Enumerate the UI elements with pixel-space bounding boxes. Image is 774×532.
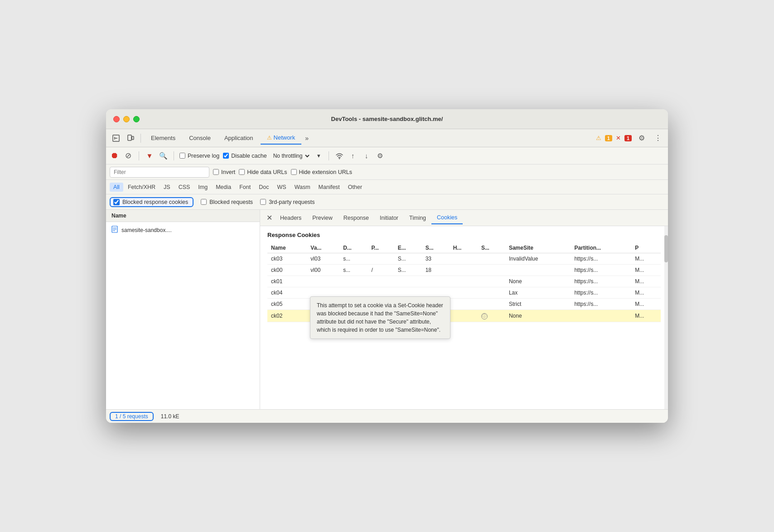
cell-name: ck02 bbox=[267, 310, 307, 322]
cell-samesite: None bbox=[505, 276, 571, 287]
response-tab[interactable]: Response bbox=[338, 212, 374, 224]
toolbar-right: ⚠ 1 ✕ 1 ⚙ ⋮ bbox=[596, 132, 664, 145]
preserve-log-checkbox[interactable]: Preserve log bbox=[179, 153, 219, 159]
tab-bar: Elements Console Application ⚠ Network » bbox=[145, 131, 594, 145]
console-tab[interactable]: Console bbox=[183, 132, 217, 144]
cell-priority: M... bbox=[631, 310, 661, 322]
cell-name: ck04 bbox=[267, 287, 307, 299]
cell-size: 33 bbox=[422, 253, 450, 265]
cell-value bbox=[307, 276, 339, 287]
wasm-btn[interactable]: Wasm bbox=[291, 183, 314, 192]
scrollbar-thumb[interactable] bbox=[664, 235, 668, 262]
cell-partition: https://s... bbox=[571, 265, 631, 276]
info-icon: ⓘ bbox=[481, 313, 488, 319]
network-warn-icon: ⚠ bbox=[267, 135, 272, 141]
network-toolbar: ⏺ ⊘ ▼ 🔍 Preserve log Disable cache No th… bbox=[106, 147, 668, 164]
manifest-btn[interactable]: Manifest bbox=[315, 183, 343, 192]
cell-httponly bbox=[450, 287, 478, 299]
device-tool[interactable] bbox=[124, 132, 137, 145]
third-party-checkbox[interactable]: 3rd-party requests bbox=[260, 199, 314, 205]
cell-priority: M... bbox=[631, 299, 661, 310]
filter-input[interactable] bbox=[110, 167, 209, 178]
status-bar: 1 / 5 requests 11.0 kE bbox=[106, 409, 668, 423]
err-icon: ✕ bbox=[616, 135, 621, 141]
headers-tab[interactable]: Headers bbox=[275, 212, 307, 224]
more-menu-icon[interactable]: ⋮ bbox=[652, 132, 664, 145]
cell-size bbox=[422, 276, 450, 287]
fetch-xhr-btn[interactable]: Fetch/XHR bbox=[124, 183, 159, 192]
network-settings-icon[interactable]: ⚙ bbox=[375, 151, 385, 161]
record-button[interactable]: ⏺ bbox=[110, 151, 120, 161]
network-tab[interactable]: ⚠ Network bbox=[261, 131, 302, 145]
section-title: Response Cookies bbox=[267, 232, 661, 238]
initiator-tab[interactable]: Initiator bbox=[374, 212, 404, 224]
upload-icon[interactable]: ↑ bbox=[348, 151, 358, 161]
font-btn[interactable]: Font bbox=[236, 183, 254, 192]
other-btn[interactable]: Other bbox=[344, 183, 366, 192]
panel-tabs: ✕ Headers Preview Response Initiator Tim… bbox=[260, 210, 668, 226]
requests-count: 1 / 5 requests bbox=[110, 412, 154, 421]
col-size: S... bbox=[422, 243, 450, 253]
minimize-button[interactable] bbox=[123, 116, 130, 122]
cell-path bbox=[368, 276, 394, 287]
left-panel: Name samesite-sandbox.... bbox=[106, 210, 260, 409]
elements-tab[interactable]: Elements bbox=[145, 132, 182, 144]
filter-icon[interactable]: ▼ bbox=[145, 151, 155, 161]
cell-name: ck00 bbox=[267, 265, 307, 276]
titlebar: DevTools - samesite-sandbox.glitch.me/ bbox=[106, 109, 668, 129]
wifi-icon[interactable] bbox=[334, 151, 344, 161]
media-btn[interactable]: Media bbox=[212, 183, 235, 192]
cell-httponly bbox=[450, 310, 478, 322]
close-button[interactable] bbox=[113, 116, 120, 122]
request-item[interactable]: samesite-sandbox.... bbox=[106, 222, 260, 238]
cookies-tab[interactable]: Cookies bbox=[431, 212, 463, 224]
hide-data-urls-checkbox[interactable]: Hide data URLs bbox=[239, 169, 287, 175]
cell-domain: s... bbox=[339, 265, 368, 276]
blocked-bar: Blocked response cookies Blocked request… bbox=[106, 194, 668, 210]
size-indicator: 11.0 kE bbox=[161, 413, 179, 420]
cell-expires bbox=[394, 276, 422, 287]
preview-tab[interactable]: Preview bbox=[307, 212, 338, 224]
timing-tab[interactable]: Timing bbox=[404, 212, 431, 224]
cell-httponly bbox=[450, 253, 478, 265]
download-icon[interactable]: ↓ bbox=[362, 151, 372, 161]
doc-btn[interactable]: Doc bbox=[255, 183, 272, 192]
more-tabs-button[interactable]: » bbox=[302, 133, 311, 144]
request-name: samesite-sandbox.... bbox=[121, 227, 172, 233]
cookie-tooltip: This attempt to set a cookie via a Set-C… bbox=[310, 296, 450, 339]
table-row[interactable]: ck03 vl03 s... S... 33 InvalidValue http… bbox=[267, 253, 661, 265]
application-tab[interactable]: Application bbox=[218, 132, 260, 144]
ws-btn[interactable]: WS bbox=[273, 183, 290, 192]
clear-button[interactable]: ⊘ bbox=[123, 151, 133, 161]
css-btn[interactable]: CSS bbox=[175, 183, 194, 192]
all-btn[interactable]: All bbox=[110, 183, 123, 192]
cell-priority: M... bbox=[631, 265, 661, 276]
blocked-cookies-checkbox[interactable]: Blocked response cookies bbox=[110, 197, 194, 207]
settings-icon[interactable]: ⚙ bbox=[635, 132, 648, 145]
cursor-tool[interactable] bbox=[110, 132, 122, 145]
cell-httponly bbox=[450, 299, 478, 310]
cookies-content: Response Cookies Name Va... D... P... E.… bbox=[260, 226, 668, 409]
cell-value: vl00 bbox=[307, 265, 339, 276]
maximize-button[interactable] bbox=[133, 116, 140, 122]
cell-secure bbox=[478, 287, 505, 299]
cell-name: ck05 bbox=[267, 299, 307, 310]
hide-extension-urls-checkbox[interactable]: Hide extension URLs bbox=[291, 169, 352, 175]
main-content: Name samesite-sandbox.... ✕ H bbox=[106, 210, 668, 409]
invert-checkbox[interactable]: Invert bbox=[213, 169, 235, 175]
cell-path bbox=[368, 253, 394, 265]
throttle-arrow[interactable]: ▾ bbox=[314, 151, 323, 160]
throttle-select[interactable]: No throttling Slow 3G Fast 3G bbox=[271, 151, 311, 160]
search-icon[interactable]: 🔍 bbox=[158, 151, 168, 161]
js-btn[interactable]: JS bbox=[160, 183, 174, 192]
table-row[interactable]: ck01 None https://s... M... bbox=[267, 276, 661, 287]
table-row[interactable]: ck00 vl00 s... / S... 18 https://s... M.… bbox=[267, 265, 661, 276]
blocked-requests-checkbox[interactable]: Blocked requests bbox=[201, 199, 253, 205]
col-path: P... bbox=[368, 243, 394, 253]
close-panel-button[interactable]: ✕ bbox=[264, 213, 275, 223]
disable-cache-checkbox[interactable]: Disable cache bbox=[223, 153, 267, 159]
svg-rect-1 bbox=[128, 135, 131, 140]
img-btn[interactable]: Img bbox=[194, 183, 211, 192]
col-secure: S... bbox=[478, 243, 505, 253]
cell-expires: S... bbox=[394, 253, 422, 265]
